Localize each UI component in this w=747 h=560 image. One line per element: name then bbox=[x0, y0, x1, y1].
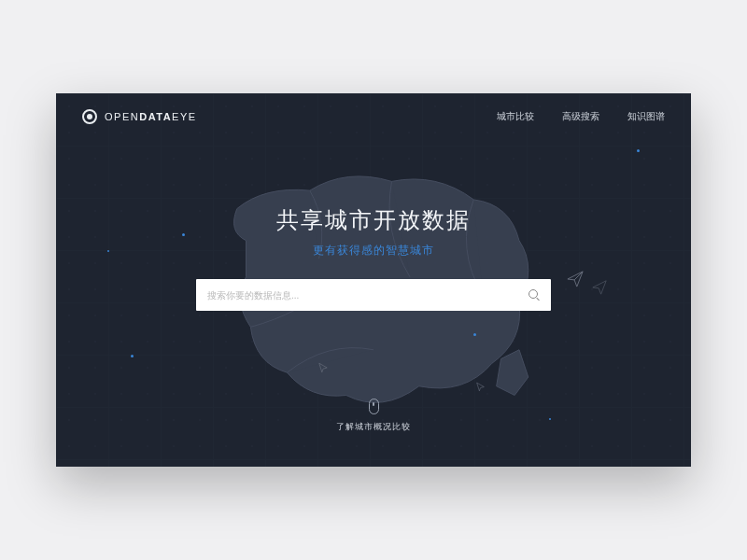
nav-link-city-compare[interactable]: 城市比较 bbox=[497, 110, 534, 123]
scroll-hint[interactable]: 了解城市概况比较 bbox=[56, 399, 691, 433]
mouse-icon bbox=[369, 399, 379, 414]
nav-link-advanced-search[interactable]: 高级搜索 bbox=[562, 110, 599, 123]
eye-icon bbox=[82, 109, 97, 124]
accent-dot bbox=[637, 149, 640, 152]
cursor-icon bbox=[475, 382, 486, 392]
search-input[interactable] bbox=[207, 290, 529, 301]
nav-link-knowledge-graph[interactable]: 知识图谱 bbox=[627, 110, 665, 123]
app-window: OPENDATAEYE 城市比较 高级搜索 知识图谱 共享城市开放数据 更有获得… bbox=[56, 93, 691, 467]
brand-logo[interactable]: OPENDATAEYE bbox=[82, 109, 197, 124]
scroll-hint-label: 了解城市概况比较 bbox=[336, 421, 411, 433]
page-title: 共享城市开放数据 bbox=[276, 205, 471, 235]
brand-word-eye: EYE bbox=[172, 111, 197, 122]
cursor-icon bbox=[317, 362, 329, 373]
search-bar[interactable] bbox=[196, 279, 551, 311]
brand-word-open: OPEN bbox=[105, 111, 139, 122]
accent-dot bbox=[131, 355, 134, 357]
brand-word-data: DATA bbox=[139, 111, 172, 122]
main-nav: 城市比较 高级搜索 知识图谱 bbox=[497, 110, 665, 123]
hero: 共享城市开放数据 更有获得感的智慧城市 bbox=[56, 205, 691, 311]
page-subtitle: 更有获得感的智慧城市 bbox=[313, 243, 434, 259]
header: OPENDATAEYE 城市比较 高级搜索 知识图谱 bbox=[56, 93, 691, 140]
accent-dot bbox=[473, 333, 476, 336]
search-icon[interactable] bbox=[529, 289, 540, 301]
brand-name: OPENDATAEYE bbox=[105, 111, 197, 122]
